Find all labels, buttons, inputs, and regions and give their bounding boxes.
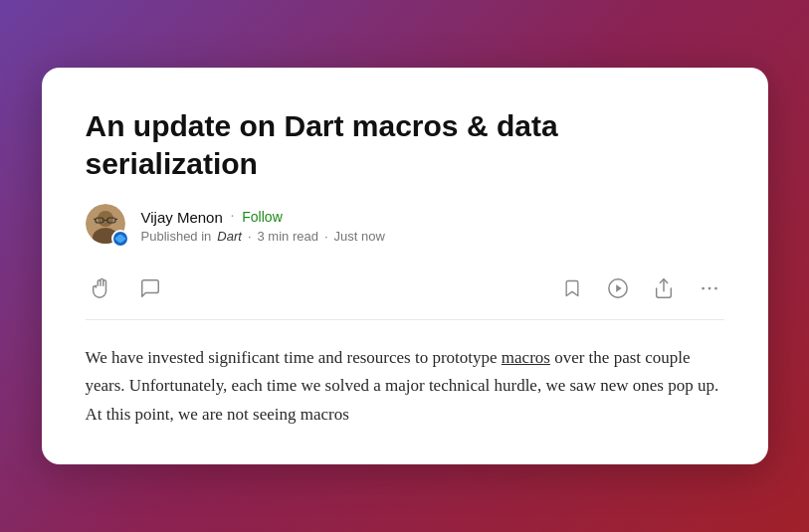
clap-icon	[90, 277, 111, 299]
follow-button[interactable]: Follow	[242, 209, 282, 225]
article-title: An update on Dart macros & data serializ…	[86, 107, 724, 182]
share-button[interactable]	[649, 273, 679, 303]
svg-marker-9	[616, 285, 622, 292]
comment-icon	[139, 277, 161, 299]
play-icon	[607, 277, 629, 299]
article-meta: Published in Dart · 3 min read · Just no…	[141, 229, 385, 244]
article-card: An update on Dart macros & data serializ…	[42, 68, 768, 463]
action-right	[557, 273, 724, 303]
timestamp: Just now	[334, 229, 385, 244]
publication-badge	[111, 230, 129, 248]
dot-separator: ·	[231, 209, 235, 225]
svg-point-13	[714, 287, 717, 290]
article-body: We have invested significant time and re…	[86, 344, 724, 428]
macros-link[interactable]: macros	[502, 348, 550, 367]
publication-name: Dart	[217, 229, 242, 244]
author-info: Vijay Menon · Follow Published in Dart ·…	[141, 209, 385, 244]
meta-dot-1: ·	[248, 229, 252, 244]
action-bar	[86, 269, 724, 320]
more-button[interactable]	[695, 273, 724, 303]
svg-point-1	[98, 211, 113, 227]
listen-button[interactable]	[603, 273, 633, 303]
svg-point-11	[702, 287, 705, 290]
read-time: 3 min read	[258, 229, 318, 244]
avatar-wrapper	[86, 204, 129, 248]
clap-button[interactable]	[86, 273, 115, 303]
author-name-row: Vijay Menon · Follow	[141, 209, 385, 226]
comment-button[interactable]	[135, 273, 165, 303]
bookmark-button[interactable]	[557, 273, 587, 303]
share-icon	[653, 277, 675, 299]
more-icon	[699, 277, 720, 299]
bookmark-icon	[561, 277, 583, 299]
author-row: Vijay Menon · Follow Published in Dart ·…	[86, 204, 724, 248]
action-left	[86, 273, 165, 303]
author-name: Vijay Menon	[141, 209, 223, 226]
meta-dot-2: ·	[324, 229, 328, 244]
svg-point-12	[708, 287, 710, 290]
published-in-label: Published in	[141, 229, 212, 244]
